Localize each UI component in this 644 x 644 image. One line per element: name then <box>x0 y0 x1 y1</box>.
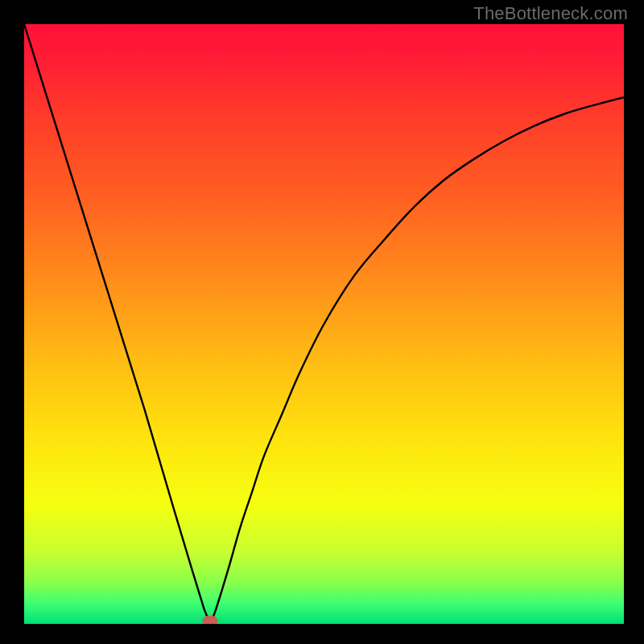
plot-area <box>24 24 624 624</box>
watermark-text: TheBottleneck.com <box>473 3 628 24</box>
outer-frame: TheBottleneck.com <box>0 0 644 644</box>
bottleneck-chart <box>24 24 624 624</box>
